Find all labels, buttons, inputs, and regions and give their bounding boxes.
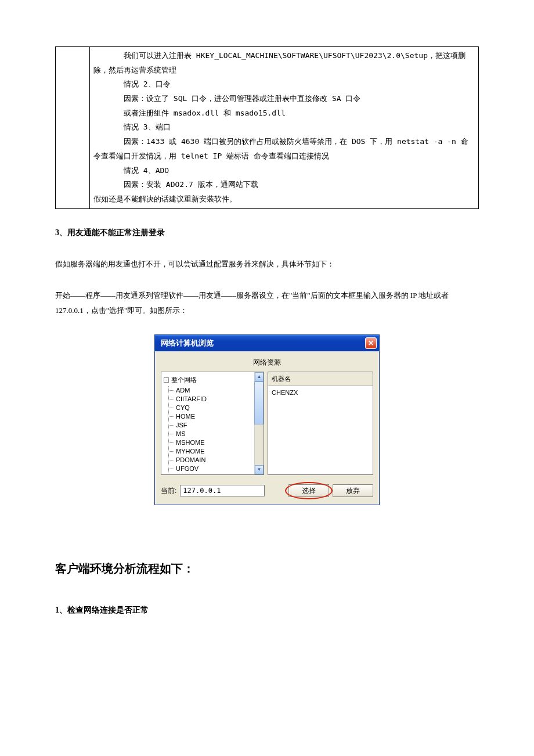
resource-label: 网络资源	[161, 356, 373, 369]
tree-collapse-icon[interactable]: -	[164, 377, 169, 383]
table-p8: 因素：安装 ADO2.7 版本，通网站下载	[93, 178, 475, 192]
current-ip-input[interactable]	[180, 485, 265, 496]
cancel-button-label: 放弃	[346, 484, 360, 498]
tree-scrollbar[interactable]: ▲ ▼	[254, 372, 264, 474]
current-label: 当前:	[161, 484, 176, 498]
select-button-label: 选择	[302, 484, 316, 498]
section-3-heading: 3、用友通能不能正常注册登录	[55, 225, 479, 241]
tree-item[interactable]: MYHOME	[176, 447, 252, 456]
tree-item[interactable]: CIITARFID	[176, 395, 252, 404]
tree-item[interactable]: MSHOME	[176, 438, 252, 447]
screenshot-container: www.zixin.com.cn 网络计算机浏览 ✕ 网络资源 - 整个网络	[55, 334, 479, 505]
table-p5: 情况 3、端口	[93, 120, 475, 135]
scroll-down-button[interactable]: ▼	[255, 465, 264, 474]
table-p4: 或者注册组件 msadox.dll 和 msado15.dll	[93, 106, 475, 121]
table-p3: 因素：设立了 SQL 口令，进公司管理器或注册表中直接修改 SA 口令	[93, 92, 475, 106]
dialog-titlebar[interactable]: 网络计算机浏览 ✕	[155, 335, 379, 351]
tree-root-label: 整个网络	[171, 374, 197, 386]
close-icon: ✕	[368, 337, 374, 350]
tree-item[interactable]: JSF	[176, 421, 252, 430]
paragraph-b: 开始——程序——用友通系列管理软件——用友通——服务器设立，在"当前"后面的文本…	[55, 288, 479, 318]
scroll-thumb[interactable]	[254, 381, 264, 424]
tree-item[interactable]: ADM	[176, 386, 252, 395]
close-button[interactable]: ✕	[365, 337, 377, 349]
tree-item[interactable]: PDOMAIN	[176, 456, 252, 465]
info-table: 我们可以进入注册表 HKEY_LOCAL_MACHINE\SOFTWARE\UF…	[55, 46, 479, 209]
network-browser-dialog: 网络计算机浏览 ✕ 网络资源 - 整个网络 ADM CIITARFID	[154, 334, 380, 505]
left-empty-cell	[55, 47, 90, 208]
table-p1: 我们可以进入注册表 HKEY_LOCAL_MACHINE\SOFTWARE\UF…	[93, 49, 475, 77]
tree-children: ADM CIITARFID CYQ HOME JSF MS MSHOME MYH…	[168, 386, 252, 473]
dialog-title: 网络计算机浏览	[161, 336, 214, 351]
select-button[interactable]: 选择	[288, 484, 329, 497]
dialog-body: 网络资源 - 整个网络 ADM CIITARFID CYQ HOME J	[155, 351, 379, 505]
right-content-cell: 我们可以进入注册表 HKEY_LOCAL_MACHINE\SOFTWARE\UF…	[90, 47, 478, 208]
network-tree-pane: - 整个网络 ADM CIITARFID CYQ HOME JSF MS MSH…	[161, 372, 264, 475]
machine-row[interactable]: CHENZX	[268, 386, 373, 399]
tree-item[interactable]: MS	[176, 430, 252, 438]
table-p7: 情况 4、ADO	[93, 164, 475, 178]
client-analysis-heading: 客户端环境分析流程如下：	[55, 557, 479, 579]
section-1-heading: 1、检查网络连接是否正常	[55, 603, 479, 618]
scroll-up-button[interactable]: ▲	[255, 372, 264, 381]
table-p9: 假如还是不能解决的话建议重新安装软件。	[93, 192, 475, 207]
network-tree[interactable]: - 整个网络 ADM CIITARFID CYQ HOME JSF MS MSH…	[161, 372, 254, 474]
tree-item[interactable]: UFGOV	[176, 465, 252, 473]
machine-column-header[interactable]: 机器名	[268, 372, 373, 386]
tree-item[interactable]: CYQ	[176, 404, 252, 412]
cancel-button[interactable]: 放弃	[333, 484, 373, 497]
table-p6: 因素：1433 或 4630 端口被另的软件占用或被防火墙等禁用，在 DOS 下…	[93, 135, 475, 163]
table-p2: 情况 2、口令	[93, 77, 475, 92]
paragraph-a: 假如服务器端的用友通也打不开，可以尝试通过配置服务器来解决，具体环节如下：	[55, 257, 479, 272]
machine-list-pane: 机器名 CHENZX	[268, 372, 373, 475]
tree-item[interactable]: HOME	[176, 412, 252, 421]
